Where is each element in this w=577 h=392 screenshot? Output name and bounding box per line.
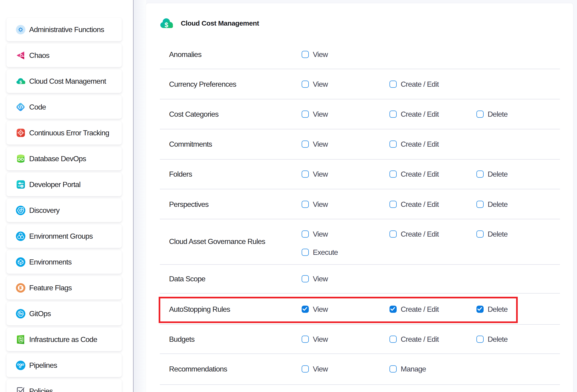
svg-text:$: $ bbox=[19, 80, 22, 84]
svg-text:$: $ bbox=[164, 21, 168, 29]
